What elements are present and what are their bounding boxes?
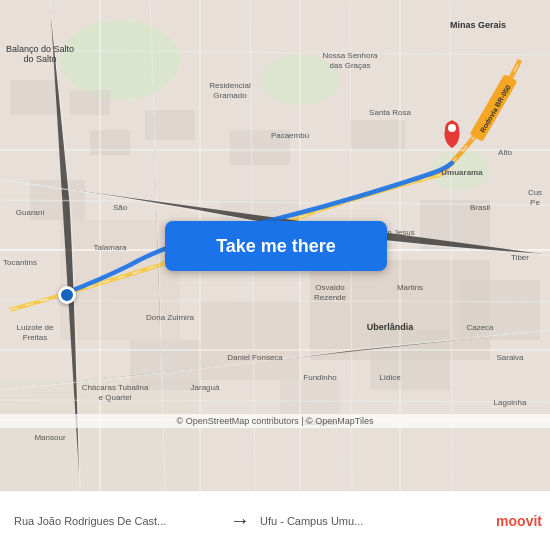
svg-text:Mansour: Mansour xyxy=(34,433,65,442)
svg-text:Guarani: Guarani xyxy=(16,208,45,217)
map-attribution: © OpenStreetMap contributors | © OpenMap… xyxy=(0,414,550,428)
svg-point-64 xyxy=(448,124,456,132)
svg-rect-18 xyxy=(10,80,60,115)
svg-text:Saraiva: Saraiva xyxy=(496,353,524,362)
moovit-logo: moovit xyxy=(472,512,542,529)
footer-arrow-icon: → xyxy=(226,509,254,532)
svg-rect-6 xyxy=(200,300,300,380)
svg-rect-11 xyxy=(350,120,405,150)
moovit-brand-text: moovit xyxy=(496,512,542,529)
svg-text:das Graças: das Graças xyxy=(330,61,371,70)
svg-text:Lagoinha: Lagoinha xyxy=(494,398,527,407)
svg-text:Daniel Fonseca: Daniel Fonseca xyxy=(227,353,283,362)
svg-text:Brasil: Brasil xyxy=(470,203,490,212)
svg-text:Umuarama: Umuarama xyxy=(441,168,483,177)
svg-text:São: São xyxy=(113,203,128,212)
take-me-there-label: Take me there xyxy=(216,236,336,257)
svg-rect-9 xyxy=(145,110,195,140)
svg-text:Tocantins: Tocantins xyxy=(3,258,37,267)
svg-text:Alto: Alto xyxy=(498,148,512,157)
svg-text:do Salto: do Salto xyxy=(23,54,56,64)
svg-text:Martins: Martins xyxy=(397,283,423,292)
svg-text:Rezende: Rezende xyxy=(314,293,347,302)
svg-rect-19 xyxy=(70,90,110,115)
footer-origin: Rua João Rodrigues De Cast... xyxy=(8,515,226,527)
attribution-text: © OpenStreetMap contributors | © OpenMap… xyxy=(177,416,374,426)
svg-text:Gramado: Gramado xyxy=(213,91,247,100)
svg-text:Pe: Pe xyxy=(530,198,540,207)
svg-text:Tiber: Tiber xyxy=(511,253,529,262)
svg-text:Chácaras Tubalina: Chácaras Tubalina xyxy=(82,383,149,392)
svg-text:Pacaembú: Pacaembú xyxy=(271,131,309,140)
svg-text:Nossa Senhora: Nossa Senhora xyxy=(322,51,378,60)
svg-text:Residencial: Residencial xyxy=(209,81,251,90)
svg-text:Jaraguá: Jaraguá xyxy=(191,383,220,392)
svg-text:Cus: Cus xyxy=(528,188,542,197)
svg-point-1 xyxy=(60,20,180,100)
take-me-there-button[interactable]: Take me there xyxy=(165,221,387,271)
svg-text:Freitas: Freitas xyxy=(23,333,47,342)
svg-text:Minas Gerais: Minas Gerais xyxy=(450,20,506,30)
svg-rect-8 xyxy=(90,130,130,155)
svg-text:Dona Zulmira: Dona Zulmira xyxy=(146,313,195,322)
footer-destination: Ufu - Campus Umu... xyxy=(254,515,472,527)
svg-text:Balanço do Salto: Balanço do Salto xyxy=(6,44,74,54)
svg-text:Uberlândia: Uberlândia xyxy=(367,322,415,332)
svg-text:Santa Rosa: Santa Rosa xyxy=(369,108,411,117)
svg-text:Cazeca: Cazeca xyxy=(466,323,494,332)
footer-destination-text: Ufu - Campus Umu... xyxy=(260,515,466,527)
svg-text:Talamara: Talamara xyxy=(94,243,127,252)
svg-text:Fundinho: Fundinho xyxy=(303,373,337,382)
footer-bar: Rua João Rodrigues De Cast... → Ufu - Ca… xyxy=(0,490,550,550)
svg-text:Luizote de: Luizote de xyxy=(17,323,54,332)
footer-origin-text: Rua João Rodrigues De Cast... xyxy=(14,515,220,527)
svg-text:e Quartel: e Quartel xyxy=(99,393,132,402)
map-container: Rodovia BR-365 Rodovia BR-050 Balanço do… xyxy=(0,0,550,490)
svg-text:Osvaldo: Osvaldo xyxy=(315,283,345,292)
svg-text:Lídice: Lídice xyxy=(379,373,401,382)
svg-rect-7 xyxy=(60,220,180,340)
origin-marker xyxy=(58,286,76,304)
